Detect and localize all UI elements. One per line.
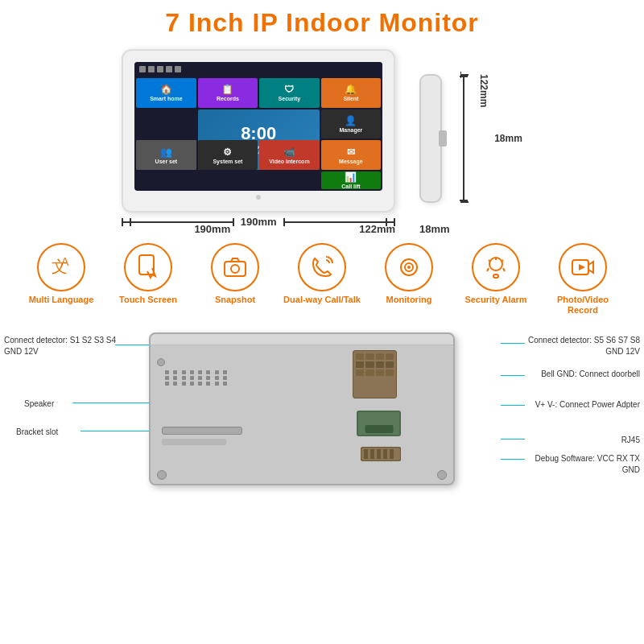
bracket-slot-lower [162, 439, 226, 445]
screw-tl [157, 358, 165, 366]
feature-monitoring: Monitoring [369, 243, 449, 305]
features-row: 文 A Multi Language Touch Screen Snapshot [0, 238, 644, 319]
debug-port [361, 447, 401, 461]
tile-video-intercom: 📹 Video intercom [259, 140, 320, 170]
width-dimension: 190mm [122, 216, 395, 228]
svg-point-7 [407, 266, 411, 269]
annotation-detector-left: Connect detector: S1 S2 S3 S4 GND 12V [4, 335, 117, 357]
tile-security: 🛡 Security [259, 78, 320, 108]
height-dimension: 122mm [458, 74, 469, 203]
svg-point-4 [231, 265, 239, 273]
status-icon-2 [148, 66, 155, 72]
line-rj45 [501, 439, 525, 440]
feature-photo-video: Photo/Video Record [543, 243, 623, 316]
tile-manager: 👤 Manager [321, 109, 382, 139]
dual-way-call-icon [298, 243, 346, 291]
line-detector-left [115, 345, 149, 345]
annotation-debug: Debug Software: VCC RX TX GND [523, 453, 640, 476]
annotation-detector-right: Connect detector: S5 S6 S7 S8 GND 12V [523, 335, 640, 357]
monitor-body: 🏠 Smart home 📋 Records 🛡 Security 🔔 Sile… [122, 49, 395, 213]
page-title: 7 Inch IP Indoor Monitor [0, 0, 644, 43]
svg-text:A: A [61, 255, 69, 268]
annotation-power: V+ V-: Connect Power Adpter [523, 399, 640, 411]
monitor-side-section: 122mm 18mm [419, 74, 522, 203]
depth-dim-label: 18mm [419, 223, 450, 235]
multi-language-label: Multi Language [29, 295, 94, 305]
back-panel [149, 332, 455, 485]
touch-screen-label: Touch Screen [119, 295, 177, 305]
feature-security-alarm: Security Alarm [456, 243, 536, 305]
dual-way-call-label: Dual-way Call/Talk [283, 295, 361, 305]
annotation-rj45: RJ45 [523, 436, 640, 444]
touch-screen-icon [124, 243, 172, 291]
svg-line-11 [489, 260, 490, 262]
tile-call-lift: 📊 Call lift [321, 171, 382, 189]
security-alarm-icon [472, 243, 520, 291]
status-icon-5 [175, 66, 181, 72]
photo-video-icon [559, 243, 607, 291]
line-speaker [72, 402, 149, 403]
svg-rect-9 [493, 275, 498, 278]
screw-br [437, 470, 447, 480]
side-port [439, 130, 447, 147]
security-alarm-label: Security Alarm [464, 295, 526, 305]
status-icon-3 [157, 66, 163, 72]
feature-multi-language: 文 A Multi Language [21, 243, 101, 305]
screw-bl [157, 470, 167, 480]
tile-user-set: 👥 User set [136, 140, 196, 170]
screen-icons [139, 66, 181, 72]
status-icon-4 [166, 66, 172, 72]
screen-tiles: 🏠 Smart home 📋 Records 🛡 Security 🔔 Sile… [134, 76, 382, 191]
annotation-bell: Bell GND: Connect doorbell [523, 369, 640, 380]
back-panel-section: Connect detector: S1 S2 S3 S4 GND 12V Sp… [0, 320, 644, 489]
multi-language-icon: 文 A [37, 243, 85, 291]
line-bell [501, 375, 525, 376]
annotation-speaker: Speaker [24, 399, 54, 408]
feature-snapshot: Snapshot [195, 243, 275, 305]
line-power [501, 405, 525, 406]
line-bracket [80, 431, 149, 431]
tile-system-set: ⚙ System set [198, 140, 258, 170]
photo-video-label: Photo/Video Record [543, 295, 623, 316]
svg-rect-2 [139, 255, 154, 275]
feature-dual-way-call: Dual-way Call/Talk [282, 243, 362, 305]
depth-label: 18mm [494, 133, 522, 144]
feature-touch-screen: Touch Screen [108, 243, 188, 305]
height-label: 122mm [478, 74, 489, 107]
top-section: 🏠 Smart home 📋 Records 🛡 Security 🔔 Sile… [0, 43, 644, 231]
width-label: 190mm [234, 216, 283, 228]
snapshot-icon [211, 243, 259, 291]
svg-marker-14 [579, 264, 585, 270]
terminal-block [353, 350, 397, 398]
speaker-grille-area [165, 370, 229, 415]
rj45-port [357, 411, 401, 436]
monitoring-label: Monitoring [386, 295, 432, 305]
depth-dimension: 18mm [494, 133, 522, 144]
tile-smart-home: 🏠 Smart home [136, 78, 196, 108]
monitor-front: 🏠 Smart home 📋 Records 🛡 Security 🔔 Sile… [122, 49, 395, 228]
annotation-bracket: Bracket slot [16, 427, 58, 436]
screen-statusbar [134, 62, 382, 76]
status-icon-1 [139, 66, 146, 72]
tile-message: ✉ Message [321, 140, 382, 170]
svg-rect-3 [225, 262, 246, 276]
tile-records: 📋 Records [198, 78, 258, 108]
monitor-screen: 🏠 Smart home 📋 Records 🛡 Security 🔔 Sile… [134, 62, 382, 191]
monitor-side [419, 74, 442, 203]
line-detector-right [501, 343, 525, 344]
svg-line-12 [502, 260, 503, 262]
bracket-slot-element [162, 427, 242, 435]
snapshot-label: Snapshot [215, 295, 255, 305]
tile-silent: 🔔 Silent [321, 78, 382, 108]
line-debug [501, 459, 525, 460]
monitoring-icon [385, 243, 433, 291]
